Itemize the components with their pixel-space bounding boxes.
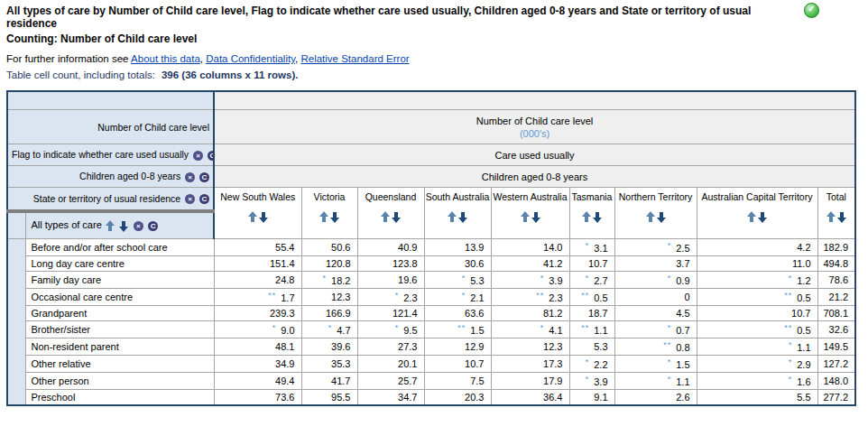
sort-down-icon[interactable] — [119, 220, 128, 232]
value-cell: 35.3 — [301, 356, 357, 373]
sort-down-icon[interactable] — [531, 211, 540, 223]
row-label: Preschool — [25, 390, 214, 406]
rse-flag: * — [668, 241, 672, 250]
sort-up-icon[interactable] — [248, 211, 257, 223]
value-text: 151.4 — [270, 258, 295, 269]
column-sort-control[interactable] — [302, 210, 357, 223]
rse-flag: ** — [457, 323, 466, 332]
value-cell: *4.1 — [491, 321, 569, 338]
sort-up-icon[interactable] — [106, 220, 115, 232]
value-cell: 17.9 — [491, 373, 569, 390]
row-label: Before and/or after school care — [25, 239, 214, 256]
value-text: 1.1 — [676, 376, 689, 387]
copy-icon[interactable]: C — [208, 151, 214, 161]
column-sort-control[interactable] — [492, 210, 569, 223]
sort-down-icon[interactable] — [259, 211, 268, 223]
column-header-label: Western Australia — [492, 191, 569, 202]
value-text: 2.3 — [403, 292, 417, 303]
value-cell: 12.3 — [491, 338, 569, 356]
value-text: 0.5 — [797, 325, 810, 336]
value-text: 78.6 — [829, 274, 848, 285]
link-data-confidentiality[interactable]: Data Confidentiality — [206, 53, 295, 64]
value-cell: 2.6 — [614, 390, 697, 406]
value-text: 127.2 — [824, 358, 849, 369]
value-text: 2.9 — [797, 359, 810, 370]
column-header-state: Victoria — [301, 188, 357, 239]
value-cell: 5.5 — [697, 390, 817, 406]
value-text: 1.7 — [281, 292, 294, 303]
info-line: For further information see About this d… — [6, 53, 868, 64]
column-header-state: New South Wales — [214, 188, 301, 239]
sort-up-icon[interactable] — [826, 211, 836, 223]
sort-up-icon[interactable] — [448, 211, 457, 223]
value-text: 50.6 — [331, 242, 350, 253]
value-cell: 149.5 — [817, 338, 855, 356]
remove-icon[interactable]: × — [185, 194, 195, 204]
remove-icon[interactable]: × — [185, 172, 195, 182]
sort-up-icon[interactable] — [381, 211, 390, 223]
cell-count-value: 396 (36 columns x 11 rows). — [162, 70, 299, 80]
value-text: 73.6 — [275, 392, 294, 403]
sort-down-icon[interactable] — [458, 211, 467, 223]
link-relative-standard-error[interactable]: Relative Standard Error — [300, 53, 409, 64]
remove-icon[interactable]: × — [134, 221, 143, 231]
sort-up-icon[interactable] — [646, 211, 655, 223]
rse-flag: * — [789, 357, 793, 366]
value-cell: **0.8 — [614, 338, 697, 356]
value-cell: *4.7 — [301, 321, 357, 338]
sort-down-icon[interactable] — [837, 211, 846, 223]
value-cell: 11.0 — [697, 256, 817, 272]
value-text: 5.3 — [594, 341, 607, 352]
value-text: 3.9 — [594, 376, 607, 387]
value-text: 2.2 — [594, 359, 607, 370]
rse-flag: * — [586, 375, 590, 384]
value-cell: *2.1 — [424, 289, 491, 306]
value-text: 41.2 — [543, 258, 562, 269]
value-cell: 36.4 — [491, 390, 569, 406]
value-cell: *2.7 — [569, 272, 614, 289]
value-text: 4.1 — [549, 325, 562, 336]
remove-icon[interactable]: × — [193, 151, 203, 161]
value-text: 1.6 — [797, 376, 810, 387]
value-text: 21.2 — [829, 292, 848, 302]
value-text: 55.4 — [275, 242, 294, 253]
sort-down-icon[interactable] — [593, 211, 602, 223]
sort-down-icon[interactable] — [657, 211, 666, 223]
value-cell: *0.7 — [614, 321, 697, 338]
link-about-this-data[interactable]: About this data — [131, 53, 200, 64]
value-text: 3.1 — [594, 243, 607, 254]
copy-icon[interactable]: C — [199, 172, 209, 182]
sort-down-icon[interactable] — [392, 211, 401, 223]
column-sort-control[interactable] — [615, 210, 697, 223]
value-cell: **0.5 — [569, 289, 614, 306]
value-text: 708.1 — [824, 308, 849, 319]
column-sort-control[interactable] — [570, 210, 614, 223]
rse-flag: ** — [784, 323, 792, 332]
counting-line: Counting: Number of Child care level — [6, 32, 868, 45]
copy-icon[interactable]: C — [199, 194, 209, 204]
rse-flag: * — [668, 323, 672, 332]
column-sort-control[interactable] — [358, 210, 424, 223]
value-cell: 10.7 — [697, 306, 817, 321]
sort-down-icon[interactable] — [758, 211, 767, 223]
column-sort-control[interactable] — [215, 210, 301, 223]
value-text: 149.5 — [824, 341, 849, 352]
sort-up-icon[interactable] — [319, 211, 328, 223]
sort-down-icon[interactable] — [330, 211, 339, 223]
value-cell: 49.4 — [214, 373, 301, 390]
row-label: Long day care centre — [25, 256, 214, 272]
value-text: 0.5 — [797, 292, 810, 303]
sort-up-icon[interactable] — [521, 211, 530, 223]
sort-up-icon[interactable] — [747, 211, 756, 223]
column-sort-control[interactable] — [697, 210, 817, 223]
rse-flag: * — [586, 241, 590, 250]
value-text: 10.7 — [588, 258, 607, 269]
value-cell: **1.7 — [214, 289, 301, 306]
row-label: Brother/sister — [25, 321, 214, 338]
column-sort-control[interactable] — [818, 210, 855, 223]
sort-up-icon[interactable] — [582, 211, 591, 223]
column-sort-control[interactable] — [425, 210, 491, 223]
copy-icon[interactable]: C — [148, 221, 158, 231]
value-text: 121.4 — [392, 308, 418, 319]
value-cell: 34.7 — [357, 390, 424, 406]
